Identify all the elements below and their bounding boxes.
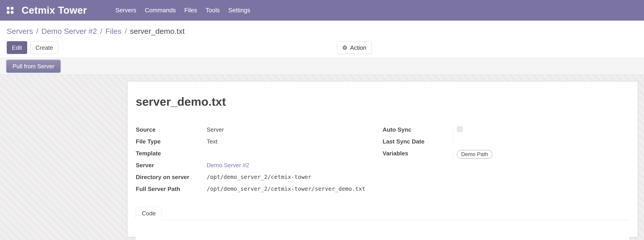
field-row-server: Server Demo Server #2	[136, 160, 382, 171]
apps-menu-icon-square	[11, 7, 14, 10]
control-panel: Servers / Demo Server #2 / Files / serve…	[0, 21, 644, 58]
breadcrumb: Servers / Demo Server #2 / Files / serve…	[0, 21, 644, 37]
field-value-source: Server	[207, 126, 382, 133]
notebook: Code	[136, 207, 630, 240]
breadcrumb-link-demo-server[interactable]: Demo Server #2	[42, 27, 97, 36]
breadcrumb-separator: /	[100, 27, 102, 36]
field-row-file-type: File Type Text	[136, 136, 382, 148]
action-menu-label: Action	[350, 45, 366, 51]
auto-sync-checkbox[interactable]	[457, 126, 463, 132]
apps-menu-icon[interactable]	[7, 7, 14, 14]
field-label-auto-sync: Auto Sync	[382, 126, 454, 133]
action-menu-button[interactable]: ⚙ Action	[337, 41, 372, 54]
field-row-variables: Variables Demo Path	[382, 148, 630, 161]
field-label-server: Server	[136, 162, 207, 169]
apps-menu-icon-square	[11, 11, 14, 14]
menu-item-settings[interactable]: Settings	[224, 0, 254, 21]
field-label-source: Source	[136, 126, 207, 133]
menu-item-servers[interactable]: Servers	[111, 0, 140, 21]
breadcrumb-separator: /	[36, 27, 38, 36]
top-navbar: Cetmix Tower Servers Commands Files Tool…	[0, 0, 644, 21]
pull-from-server-button[interactable]: Pull from Server	[6, 60, 60, 73]
field-label-file-type: File Type	[136, 138, 207, 145]
tab-code[interactable]: Code	[136, 207, 162, 220]
field-value-full-server-path: /opt/demo_server_2/cetmix-tower/server_d…	[207, 186, 382, 192]
field-value-last-sync-date	[453, 138, 630, 145]
menu-item-files[interactable]: Files	[180, 0, 201, 21]
field-group-right: Auto Sync Last Sync Date Variables Demo …	[382, 124, 630, 195]
record-title: server_demo.txt	[136, 95, 630, 108]
edit-button[interactable]: Edit	[7, 41, 27, 54]
field-row-template: Template	[136, 148, 382, 160]
form-view-background: server_demo.txt Source Server File Type …	[0, 75, 644, 240]
field-group-left: Source Server File Type Text Template Se…	[136, 124, 382, 195]
field-label-template: Template	[136, 150, 207, 157]
apps-menu-icon-square	[7, 11, 10, 14]
create-button[interactable]: Create	[30, 41, 58, 54]
statusbar: Pull from Server	[0, 58, 644, 75]
gear-icon: ⚙	[342, 45, 347, 51]
field-label-full-server-path: Full Server Path	[136, 186, 207, 193]
main-menu: Servers Commands Files Tools Settings	[111, 0, 254, 21]
field-label-directory: Directory on server	[136, 174, 207, 181]
notebook-tabs: Code	[136, 207, 630, 220]
tab-code-content	[136, 220, 630, 240]
field-groups: Source Server File Type Text Template Se…	[136, 124, 630, 195]
field-label-variables: Variables	[382, 150, 454, 157]
variable-tag-demo-path[interactable]: Demo Path	[457, 150, 492, 158]
apps-menu-icon-square	[7, 7, 10, 10]
breadcrumb-link-servers[interactable]: Servers	[7, 27, 33, 36]
menu-item-tools[interactable]: Tools	[201, 0, 224, 21]
field-row-auto-sync: Auto Sync	[382, 124, 630, 136]
breadcrumb-link-files[interactable]: Files	[106, 27, 122, 36]
field-value-template	[207, 150, 382, 156]
app-title[interactable]: Cetmix Tower	[22, 5, 87, 16]
field-row-full-server-path: Full Server Path /opt/demo_server_2/cetm…	[136, 183, 382, 195]
field-value-directory: /opt/demo_server_2/cetmix-tower	[207, 174, 382, 180]
field-value-file-type: Text	[207, 138, 382, 145]
menu-item-commands[interactable]: Commands	[140, 0, 180, 21]
field-row-source: Source Server	[136, 124, 382, 136]
toolbar: Edit Create ⚙ Action	[0, 37, 644, 58]
field-label-last-sync-date: Last Sync Date	[382, 138, 454, 145]
field-value-server-link[interactable]: Demo Server #2	[207, 162, 249, 169]
field-row-last-sync-date: Last Sync Date	[382, 136, 630, 148]
form-sheet: server_demo.txt Source Server File Type …	[127, 81, 638, 237]
field-row-directory: Directory on server /opt/demo_server_2/c…	[136, 171, 382, 183]
breadcrumb-current: server_demo.txt	[130, 27, 185, 36]
breadcrumb-separator: /	[124, 27, 126, 36]
